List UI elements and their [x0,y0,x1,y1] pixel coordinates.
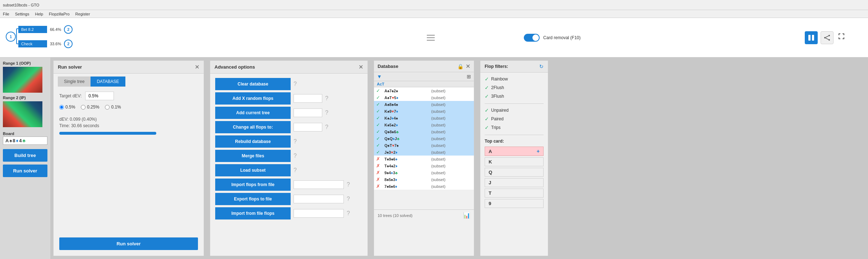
merge-q[interactable]: ? [294,153,297,159]
change-flops-input[interactable] [294,123,322,131]
clear-database-button[interactable]: Clear database [215,78,291,90]
run-solver-button[interactable]: Run solver [3,165,47,177]
table-row[interactable]: ✓ A♠T♥5♦ (subset) [374,94,474,101]
merge-files-button[interactable]: Merge files [215,150,291,162]
card-removal-toggle[interactable] [524,34,540,42]
filter-2flush[interactable]: ✓ 2Flush [485,85,544,91]
adv-row-3: Change all flops to: ? [215,121,363,133]
topbar: 1 Bet 8.2 66.4% 2 Check 33.6% 2 [0,18,868,57]
app-title: subset10bcds - GTO [3,3,39,7]
db-table-container[interactable]: ✓ A♠7♠2♠ (subset) ✓ A♠T♥5♦ (subset) ✓ A♠… [374,87,474,209]
db-col-dumbbell[interactable]: ⊞ [467,74,471,79]
clear-q[interactable]: ? [294,81,297,87]
table-row[interactable]: ✓ K♠9♥7♦ (subset) [374,108,474,115]
filter-divider [485,103,544,104]
adv-row-4: Rebuild database ? [215,135,363,148]
rebuild-q[interactable]: ? [294,138,297,145]
load-subset-button[interactable]: Load subset [215,164,291,176]
range1-label: Range 1 (OOP) [3,61,47,65]
filter-3flush[interactable]: ✓ 3Flush [485,93,544,99]
layout-icon-1[interactable] [805,31,818,44]
table-row[interactable]: ✓ A♠8♠4♠ (subset) [374,101,474,108]
import-file-flops-button[interactable]: Import from file flops [215,207,291,219]
card-btn-K[interactable]: K [485,157,544,166]
filter-rainbow[interactable]: ✓ Rainbow [485,76,544,82]
add-current-tree-button[interactable]: Add current tree [215,107,291,119]
lock-icon[interactable]: 🔒 [457,64,463,69]
table-row[interactable]: ✓ K♠J♦4♠ (subset) [374,115,474,121]
radio-01[interactable]: 0.1% [105,105,121,110]
hamburger-menu[interactable] [425,33,437,43]
radio-05[interactable]: 0.5% [59,105,75,110]
radio-025[interactable]: 0.25% [81,105,99,110]
rebuild-database-button[interactable]: Rebuild database [215,135,291,148]
table-row[interactable]: ✓ Q♠T♥7♠ (subset) [374,142,474,149]
tab-single-tree[interactable]: Single tree [58,77,91,87]
flop-refresh-icon[interactable]: ↻ [539,64,544,69]
adv-row-8: Export flops to file ? [215,193,363,205]
filter-unpaired-check: ✓ [485,107,489,113]
tab-database[interactable]: DATABASE [91,77,125,87]
import-flops-input[interactable] [294,180,344,189]
advanced-close-button[interactable]: ✕ [359,64,363,70]
card-btn-J[interactable]: J [485,178,544,187]
filter-trips[interactable]: ✓ Trips [485,125,544,130]
menu-settings[interactable]: Settings [15,12,29,16]
progress-bar-container [59,132,198,135]
table-row[interactable]: ✓ A♠7♠2♠ (subset) [374,87,474,94]
card-btn-Q[interactable]: Q [485,168,544,177]
add-x-input[interactable] [294,94,322,103]
menu-register[interactable]: Register [75,12,90,16]
filter-unpaired[interactable]: ✓ Unpaired [485,107,544,113]
change-flops-button[interactable]: Change all flops to: [215,121,291,133]
menu-file[interactable]: File [3,12,9,16]
maximize-icon[interactable] [836,31,846,41]
layout-icon-2[interactable] [821,31,834,44]
add-x-random-button[interactable]: Add X random flops [215,92,291,105]
range2-grid[interactable] [3,101,42,127]
import-flops-q[interactable]: ? [347,181,350,188]
menu-flopzillapro[interactable]: FlopzillaPro [49,12,69,16]
table-row[interactable]: ✗ 7♠6♠6♦ (subset) [374,183,474,190]
import-flops-button[interactable]: Import flops from file [215,179,291,191]
build-tree-button[interactable]: Build tree [3,149,47,162]
menu-help[interactable]: Help [35,12,43,16]
time-stat: Time: 30.66 seconds [59,123,198,128]
table-row[interactable]: ✗ T♠9♠6♦ (subset) [374,156,474,162]
bet-pct: 66.4% [50,27,61,32]
import-file-flops-input[interactable] [294,209,344,218]
board-cards[interactable]: A♠ 8♦ 4♣ [3,137,47,145]
change-flops-q[interactable]: ? [325,124,328,130]
chart-icon[interactable]: 📊 [463,212,470,219]
card-btn-T[interactable]: T [485,189,544,198]
table-row[interactable]: ✓ J♠3♥2♦ (subset) [374,149,474,156]
filter-paired[interactable]: ✓ Paired [485,116,544,122]
table-row[interactable]: ✓ K♠5♠2♦ (subset) [374,121,474,128]
import-file-flops-q[interactable]: ? [347,210,350,217]
filter-3flush-check: ✓ [485,93,489,99]
radio-group: 0.5% 0.25% 0.1% [59,105,198,110]
target-dev-input[interactable] [85,92,114,100]
table-row[interactable]: ✗ 8♠5♠3♦ (subset) [374,176,474,183]
table-row[interactable]: ✗ T♠4♠2♦ (subset) [374,162,474,169]
svg-line-9 [826,36,828,37]
solver-close-button[interactable]: ✕ [195,64,199,70]
load-subset-q[interactable]: ? [294,167,297,174]
add-x-q[interactable]: ? [325,95,328,102]
db-col-arrow[interactable]: ▼ [377,74,382,79]
export-flops-button[interactable]: Export flops to file [215,193,291,205]
database-close-button[interactable]: ✕ [466,63,470,70]
export-flops-q[interactable]: ? [347,196,350,202]
filter-paired-check: ✓ [485,116,489,122]
add-current-q[interactable]: ? [325,110,328,116]
table-row[interactable]: ✗ 9♠4♦3♣ (subset) [374,169,474,176]
card-btn-9[interactable]: 9 [485,199,544,208]
run-button[interactable]: Run solver [59,237,198,250]
add-current-input[interactable] [294,108,322,117]
solver-panel-title: Run solver [58,64,82,70]
range1-grid[interactable] [3,67,42,93]
table-row[interactable]: ✓ Q♠8♠6♣ (subset) [374,128,474,135]
export-flops-input[interactable] [294,195,344,203]
card-btn-A[interactable]: A + [485,147,544,156]
table-row[interactable]: ✓ Q♠Q♦J♣ (subset) [374,135,474,142]
